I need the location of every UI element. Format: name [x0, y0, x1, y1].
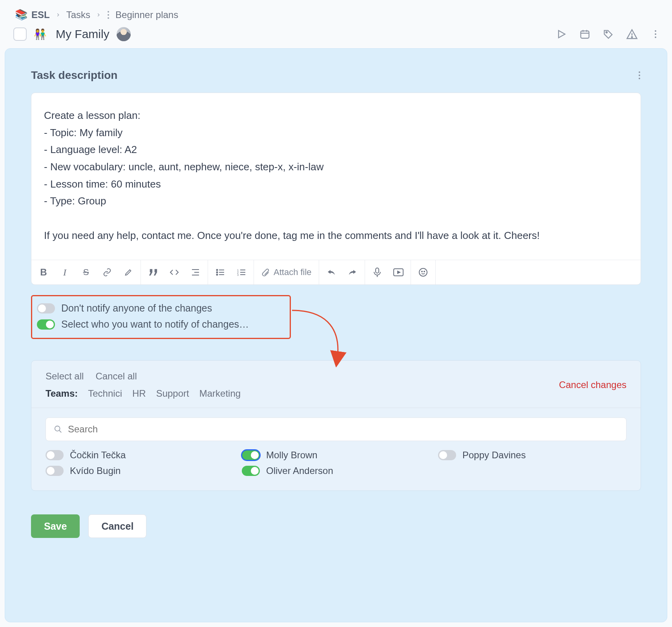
divider	[31, 408, 641, 408]
description-text[interactable]: Create a lesson plan: - Topic: My family…	[31, 93, 641, 260]
svg-point-38	[424, 271, 425, 272]
svg-point-14	[639, 71, 640, 73]
task-card: Task description Create a lesson plan: -…	[5, 48, 667, 622]
svg-text:3: 3	[237, 273, 239, 276]
code-button[interactable]	[164, 262, 185, 282]
notify-search-input[interactable]	[68, 424, 618, 435]
person-name: Molly Brown	[266, 450, 318, 461]
redo-button[interactable]	[342, 262, 363, 282]
bulleted-list-button[interactable]	[210, 262, 231, 282]
team-link[interactable]: Marketing	[199, 388, 241, 399]
toggle-select-who-label: Select who you want to notify of changes…	[61, 319, 249, 330]
family-icon: 👫	[34, 28, 46, 40]
video-button[interactable]	[388, 262, 409, 282]
breadcrumb-mid[interactable]: Tasks	[66, 9, 90, 20]
strike-button[interactable]: S	[75, 262, 97, 282]
team-link[interactable]: Support	[156, 388, 189, 399]
attach-file-label: Attach file	[274, 267, 312, 277]
person-toggle[interactable]	[438, 450, 456, 460]
bold-button[interactable]: B	[33, 262, 54, 282]
toggle-dont-notify[interactable]	[37, 303, 55, 314]
mic-button[interactable]	[367, 262, 388, 282]
highlight-button[interactable]	[118, 262, 139, 282]
task-checkbox[interactable]	[13, 27, 27, 41]
svg-point-22	[217, 274, 218, 275]
notify-person: Poppy Davines	[438, 450, 626, 461]
chevron-right-icon	[55, 12, 61, 18]
play-icon[interactable]	[555, 28, 568, 40]
cancel-changes-link[interactable]: Cancel changes	[559, 379, 626, 390]
breadcrumb: 📚 ESL Tasks Beginner plans	[0, 0, 672, 25]
warning-icon[interactable]	[626, 28, 638, 40]
italic-button[interactable]: I	[54, 262, 75, 282]
kebab-icon[interactable]	[107, 11, 110, 19]
person-name: Poppy Davines	[462, 450, 526, 461]
notify-search[interactable]	[46, 417, 626, 441]
cancel-all-link[interactable]: Cancel all	[95, 371, 137, 382]
cancel-button[interactable]: Cancel	[88, 514, 146, 538]
notify-toggle-highlight: Don't notify anyone of the changes Selec…	[31, 295, 291, 339]
save-button[interactable]: Save	[31, 514, 80, 538]
attach-file-button[interactable]: Attach file	[254, 260, 319, 284]
svg-point-0	[108, 11, 109, 13]
select-all-link[interactable]: Select all	[46, 371, 84, 382]
notify-panel: Select all Cancel all Teams: Technici HR…	[31, 360, 641, 491]
indent-button[interactable]	[185, 262, 206, 282]
notify-person: Kvído Bugin	[46, 465, 234, 476]
editor-toolbar: B I S	[31, 260, 641, 284]
teams-label: Teams:	[46, 388, 78, 399]
search-icon	[54, 425, 62, 434]
team-link[interactable]: HR	[132, 388, 146, 399]
svg-point-1	[108, 14, 109, 16]
breadcrumb-leaf[interactable]: Beginner plans	[115, 9, 178, 20]
books-icon: 📚	[15, 9, 27, 21]
svg-point-39	[55, 426, 60, 431]
undo-button[interactable]	[321, 262, 342, 282]
svg-point-12	[655, 33, 656, 35]
person-toggle[interactable]	[46, 450, 64, 460]
notify-person: Oliver Anderson	[242, 465, 430, 476]
page-title: My Family	[56, 27, 110, 41]
svg-point-13	[655, 36, 656, 38]
svg-point-36	[419, 268, 427, 276]
kebab-icon[interactable]	[638, 71, 641, 80]
svg-rect-4	[581, 31, 589, 38]
svg-point-11	[655, 30, 656, 32]
chevron-right-icon	[96, 12, 101, 18]
kebab-icon[interactable]	[649, 28, 662, 40]
person-name: Oliver Anderson	[266, 465, 333, 476]
svg-point-21	[217, 272, 218, 273]
notify-person: Čočkin Tečka	[46, 450, 234, 461]
svg-point-16	[639, 78, 640, 79]
description-editor: Create a lesson plan: - Topic: My family…	[31, 93, 641, 285]
svg-line-40	[59, 430, 62, 433]
team-link[interactable]: Technici	[88, 388, 122, 399]
calendar-icon[interactable]	[579, 28, 591, 40]
annotation-arrow	[290, 304, 369, 367]
link-button[interactable]	[97, 262, 118, 282]
svg-point-10	[632, 36, 633, 38]
tag-icon[interactable]	[602, 28, 615, 40]
person-name: Čočkin Tečka	[70, 450, 126, 461]
notify-person: Molly Brown	[242, 450, 430, 461]
toggle-dont-notify-label: Don't notify anyone of the changes	[61, 303, 212, 314]
svg-marker-35	[398, 271, 400, 273]
quote-button[interactable]	[142, 262, 164, 282]
title-bar: 👫 My Family	[0, 25, 672, 48]
person-name: Kvído Bugin	[70, 465, 121, 476]
avatar[interactable]	[117, 27, 131, 41]
svg-point-20	[217, 270, 218, 271]
person-toggle[interactable]	[242, 450, 260, 460]
person-toggle[interactable]	[242, 466, 260, 476]
breadcrumb-root-label: ESL	[31, 9, 50, 20]
card-title: Task description	[31, 69, 117, 82]
footer-actions: Save Cancel	[31, 514, 641, 538]
svg-point-8	[606, 32, 608, 33]
toggle-select-who[interactable]	[37, 319, 55, 330]
numbered-list-button[interactable]: 123	[231, 262, 252, 282]
svg-marker-3	[559, 31, 565, 38]
emoji-button[interactable]	[413, 262, 434, 282]
breadcrumb-root[interactable]: 📚 ESL	[15, 9, 50, 21]
svg-point-15	[639, 75, 640, 76]
person-toggle[interactable]	[46, 466, 64, 476]
